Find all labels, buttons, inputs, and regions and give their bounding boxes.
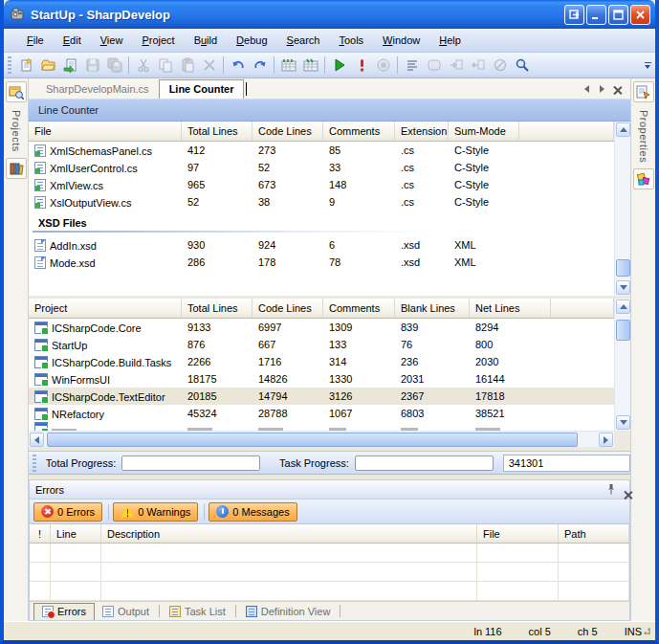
table-row[interactable]: XslOutputView.cs52389.csC-Style [29, 193, 614, 211]
value-cell: 8294 [470, 322, 551, 333]
column-header-file[interactable]: File [477, 524, 559, 543]
build-button[interactable] [350, 55, 372, 76]
menu-build[interactable]: Build [185, 31, 227, 50]
column-header-comments[interactable]: Comments [323, 122, 395, 141]
menu-edit[interactable]: Edit [54, 31, 91, 50]
column-header-code-lines[interactable]: Code Lines [253, 299, 323, 318]
projects-table-vscrollbar[interactable] [614, 299, 630, 431]
file-import-button[interactable] [59, 55, 81, 76]
column-header-path[interactable]: Path [559, 524, 629, 543]
column-header-comments[interactable]: Comments [323, 299, 395, 318]
maximize-button[interactable] [608, 5, 628, 25]
scrollbar-thumb[interactable] [47, 433, 578, 447]
tab-separator [235, 605, 236, 617]
scroll-left-button[interactable] [30, 433, 44, 447]
sort-lines-button[interactable] [401, 55, 423, 76]
column-header-total-lines[interactable]: Total Lines [182, 299, 253, 318]
search-button[interactable] [511, 55, 533, 76]
close-tab-button[interactable] [609, 82, 625, 96]
scroll-up-button[interactable] [616, 300, 630, 314]
scrollbar-thumb[interactable] [616, 320, 630, 341]
table-row[interactable]: StartUp87666713376800 [29, 336, 614, 353]
column-header-sum-mode[interactable]: Sum-Mode [449, 122, 519, 141]
column-header-total-lines[interactable]: Total Lines [182, 122, 253, 141]
menu-project[interactable]: Project [132, 31, 184, 50]
tab-task-list[interactable]: Task List [162, 604, 233, 620]
table-row[interactable]: ICSharpCode.Build.Tasks22661716314236203… [29, 353, 614, 370]
next-tab-button[interactable] [594, 82, 609, 96]
column-header-extension[interactable]: Extension [395, 122, 449, 141]
classes-pad-button[interactable] [6, 158, 27, 179]
tab-sharpdevelopmain[interactable]: SharpDevelopMain.cs [36, 80, 159, 99]
value-cell: 76 [395, 339, 470, 350]
fullscreen-button[interactable] [564, 5, 584, 25]
value-cell: 273 [253, 144, 323, 156]
tab-errors[interactable]: Errors [33, 603, 95, 620]
resize-grip[interactable] [641, 625, 650, 634]
minimize-button[interactable] [586, 5, 606, 25]
scroll-down-button[interactable] [616, 280, 630, 295]
column-header-project[interactable]: Project [29, 299, 182, 318]
bookmark-grid-button[interactable] [277, 55, 299, 76]
column-header-code-lines[interactable]: Code Lines [253, 122, 323, 141]
column-header-file[interactable]: File [29, 122, 182, 141]
scroll-right-button[interactable] [599, 433, 613, 447]
table-row[interactable]: WinFormsUI18175148261330203116144 [29, 370, 614, 388]
menu-tools[interactable]: Tools [329, 31, 373, 50]
value-cell: 18175 [182, 373, 253, 385]
menu-help[interactable]: Help [429, 31, 471, 50]
title-bar[interactable]: StartUp - SharpDevelop [4, 0, 655, 29]
table-row[interactable]: XmlSchemasPanel.cs41227385.csC-Style [29, 142, 614, 159]
column-header-severity[interactable]: ! [30, 524, 51, 543]
left-sidebar: Projects [4, 78, 29, 621]
files-table-vscrollbar[interactable] [614, 122, 630, 296]
menu-debug[interactable]: Debug [227, 31, 276, 50]
file-import-icon [63, 57, 78, 73]
pin-button[interactable] [606, 483, 616, 497]
menu-search[interactable]: Search [277, 31, 330, 50]
table-row[interactable]: Mode.xsd28617878.xsdXML [29, 254, 614, 271]
progress-panel-grip[interactable] [33, 455, 36, 472]
menu-file[interactable]: File [17, 31, 54, 50]
table-row[interactable]: XmlView.cs965673148.csC-Style [29, 176, 614, 193]
tab-line-counter[interactable]: Line Counter [159, 79, 245, 99]
bookmark-grid-button-2[interactable] [299, 55, 321, 76]
column-header-description[interactable]: Description [101, 524, 477, 543]
scroll-up-button[interactable] [616, 122, 630, 137]
run-button[interactable] [328, 55, 350, 76]
scroll-down-button[interactable] [616, 415, 630, 430]
errors-panel-titlebar: Errors [30, 480, 629, 500]
table-row[interactable]: NRefactory45324287881067680338521 [29, 405, 614, 422]
toolbar-overflow-button[interactable] [642, 54, 653, 77]
table-row[interactable]: ICSharpCode.Core9133699713098398294 [29, 319, 614, 336]
sidebar-tab-projects[interactable]: Projects [11, 104, 22, 158]
close-button[interactable] [630, 5, 650, 25]
prev-tab-button[interactable] [579, 82, 594, 96]
new-file-button[interactable] [15, 55, 37, 76]
column-header-blank-lines[interactable]: Blank Lines [395, 299, 470, 318]
undo-button[interactable] [227, 55, 249, 76]
toolbox-pad-button[interactable] [633, 168, 654, 189]
open-file-button[interactable] [37, 55, 59, 76]
sidebar-tab-properties[interactable]: Properties [638, 104, 649, 168]
empty-cell [30, 563, 51, 582]
table-row[interactable]: XmlUserControl.cs975233.csC-Style [29, 159, 614, 176]
menu-window[interactable]: Window [373, 31, 429, 50]
menu-view[interactable]: View [91, 31, 133, 50]
scrollbar-thumb[interactable] [616, 259, 630, 277]
toolbar-grip[interactable] [8, 56, 11, 74]
tab-definition-view[interactable]: Definition View [238, 604, 339, 620]
tab-output[interactable]: Output [95, 604, 157, 620]
table-row[interactable]: AddIn.xsd9309246.xsdXML [29, 236, 614, 254]
table-row[interactable]: ICSharpCode.TextEditor201851479431262367… [29, 388, 614, 405]
column-header-line[interactable]: Line [51, 524, 101, 543]
name-cell: StartUp [29, 339, 182, 351]
projects-pad-button[interactable] [6, 81, 27, 102]
warnings-filter-button[interactable]: 0 Warnings [113, 502, 198, 522]
column-header-net-lines[interactable]: Net Lines [470, 299, 551, 318]
errors-filter-button[interactable]: 0 Errors [33, 502, 102, 522]
projects-table-hscrollbar[interactable] [29, 431, 614, 447]
redo-button[interactable] [249, 55, 271, 76]
messages-filter-button[interactable]: 0 Messages [209, 502, 297, 522]
properties-pad-button[interactable] [633, 81, 654, 102]
